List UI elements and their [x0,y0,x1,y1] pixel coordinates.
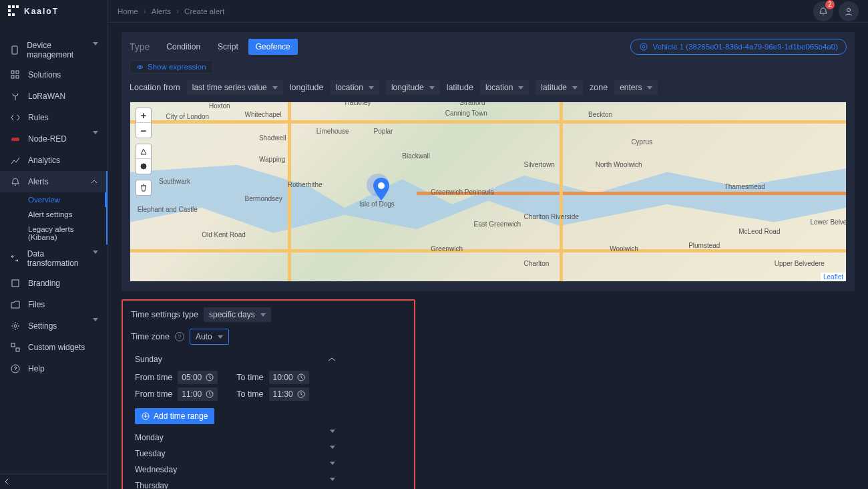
chevron-down-icon [93,254,98,263]
nav-settings[interactable]: Settings [0,315,107,337]
day-thursday[interactable]: Thursday [135,478,335,489]
longitude-select-1[interactable]: location [331,80,379,95]
map-marker[interactable] [373,178,389,200]
map-label: Charlton Riverside [524,213,579,220]
latitude-select-1[interactable]: location [480,80,529,95]
time-settings-panel: Time settings type specific days Time zo… [122,299,415,489]
to-time-input-2[interactable]: 11:30 [269,387,309,401]
nav-custom-widgets[interactable]: Custom widgets [0,337,107,358]
latitude-select-2[interactable]: latitude [535,80,583,95]
type-panel: Type Condition Script Geofence Vehicle 1… [122,32,855,291]
sidebar: KaaIoT Device management Solutions LoRaW… [0,0,108,489]
nav-analytics[interactable]: Analytics [0,150,107,171]
day-sunday[interactable]: Sunday [135,351,335,367]
time-settings-type-select[interactable]: specific days [204,307,271,322]
tab-condition[interactable]: Condition [159,39,208,55]
svg-rect-10 [16,75,19,78]
zone-label: zone [590,83,608,92]
nav-sub-overview[interactable]: Overview [0,192,106,207]
svg-rect-0 [8,5,11,8]
map-zoom-out[interactable]: − [136,123,151,138]
map-label: Hoxton [209,102,230,110]
nav-help[interactable]: Help [0,358,107,379]
brand-text: KaaIoT [24,7,59,16]
from-time-input-2[interactable]: 11:00 [178,387,218,401]
chevron-down-icon [330,449,335,458]
nodered-icon [9,133,21,145]
map-label: Wapping [259,156,285,163]
svg-rect-9 [11,75,14,78]
crumb-home[interactable]: Home [118,7,138,15]
tab-script[interactable]: Script [210,39,246,55]
nav-solutions[interactable]: Solutions [0,64,107,86]
day-wednesday[interactable]: Wednesday [135,462,335,478]
nav-device-management[interactable]: Device management [0,36,107,64]
svg-rect-11 [11,138,19,141]
chevron-down-icon [330,433,335,442]
map-label: Bermondsey [245,195,282,202]
tab-geofence[interactable]: Geofence [248,39,298,55]
svg-point-20 [139,66,141,68]
nav-label: Device management [27,41,93,59]
add-time-range-button[interactable]: Add time range [135,408,214,424]
day-label: Sunday [135,355,162,364]
user-button[interactable] [839,1,859,21]
longitude-label: longitude [290,83,324,92]
clock-icon [297,373,305,381]
nav-sub-legacy-alerts[interactable]: Legacy alerts (Kibana) [0,222,106,244]
latitude-label: latitude [447,83,473,92]
time-zone-select[interactable]: Auto [190,329,229,345]
map-zoom-in[interactable]: + [136,108,151,123]
zone-select[interactable]: enters [614,80,658,95]
nav-label: LoRaWAN [28,92,65,101]
svg-rect-6 [12,46,17,54]
content: Type Condition Script Geofence Vehicle 1… [108,23,868,489]
nav-branding[interactable]: Branding [0,273,107,294]
map-label: Canning Town [445,110,487,117]
nav-alerts[interactable]: Alerts [0,171,107,192]
nav-label: Node-RED [28,134,67,144]
sidebar-collapse-button[interactable] [0,474,107,489]
nav-nodered[interactable]: Node-RED [0,128,107,150]
map-label: Isle of Dogs [359,200,395,208]
nav-label: Solutions [28,70,61,79]
nav-rules[interactable]: Rules [0,107,107,128]
crumb-alerts[interactable]: Alerts [152,7,171,15]
from-time-input-1[interactable]: 05:00 [178,371,218,384]
map-delete-shape[interactable] [136,180,151,195]
map-label: Poplar [373,128,393,135]
map-label: Plumstead [688,242,720,249]
widgets-icon [9,341,21,353]
time-settings-type-label: Time settings type [131,310,198,319]
day-monday[interactable]: Monday [135,430,335,446]
map-label: Greenwich Peninsula [431,188,494,196]
chevron-right-icon: › [176,7,179,16]
nav-sub-alert-settings[interactable]: Alert settings [0,207,106,222]
clock-icon [206,373,214,381]
map-attribution[interactable]: Leaflet [821,273,846,281]
device-chip[interactable]: Vehicle 1 (38265e01-836d-4a79-96e9-1d1be… [630,39,847,55]
help-icon[interactable]: ? [175,332,184,341]
day-tuesday[interactable]: Tuesday [135,446,335,462]
to-time-input-1[interactable]: 10:00 [269,371,309,384]
map[interactable]: City of London Whitechapel Hoxton Shadwe… [130,102,847,282]
chevron-down-icon [647,86,652,90]
map-draw-polygon[interactable] [136,144,151,159]
antenna-icon [9,90,21,102]
map-draw-circle[interactable] [136,159,151,174]
map-label: North Woolwich [596,161,642,168]
gear-icon [9,320,21,332]
nav-files[interactable]: Files [0,294,107,315]
type-label: Type [130,41,150,52]
show-expression-button[interactable]: Show expression [130,60,213,73]
longitude-select-2[interactable]: longitude [386,80,440,95]
chevron-down-icon [272,86,278,90]
crumb-create-alert[interactable]: Create alert [184,7,224,15]
location-from-select[interactable]: last time series value [187,80,283,95]
svg-rect-2 [16,5,19,8]
svg-rect-4 [8,13,11,16]
logo[interactable]: KaaIoT [0,0,107,23]
notifications-button[interactable]: 2 [813,1,833,21]
nav-data-transformation[interactable]: Data transformation [0,244,107,273]
nav-lorawan[interactable]: LoRaWAN [0,86,107,107]
